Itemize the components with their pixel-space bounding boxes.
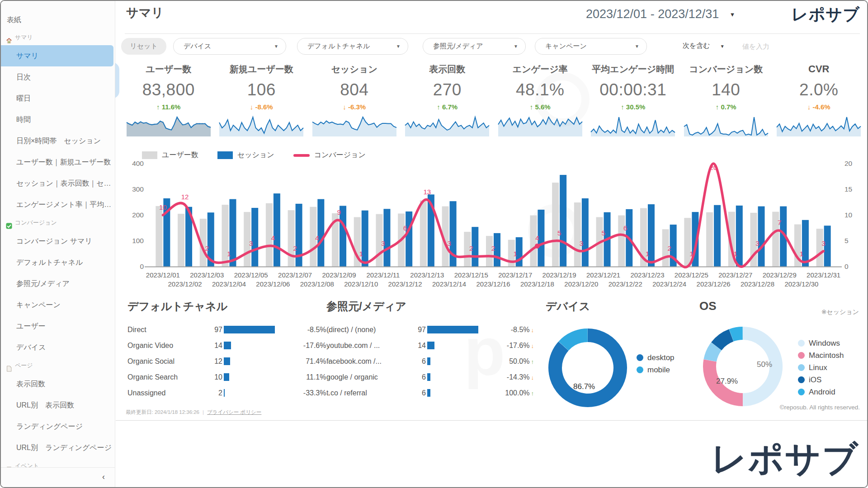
kpi-title: セッション — [308, 63, 401, 77]
sidebar-item-2-0[interactable]: 表示回数 — [1, 373, 115, 394]
row-bar — [427, 389, 484, 397]
table-row: youtube.com / ...14-17.6%↓ — [326, 338, 534, 353]
kpi-card-3: 表示回数270↑ 6.7% — [401, 60, 494, 148]
reset-button[interactable]: リセット — [121, 38, 166, 55]
bar — [427, 326, 478, 333]
sidebar-item-0-7[interactable]: エンゲージメント率｜平均… — [1, 194, 115, 215]
table-row: facebook.com /...650.0%↑ — [326, 353, 534, 369]
legend-dot — [637, 354, 643, 361]
kpi-sparkline — [497, 114, 583, 137]
table-row: Unassigned2-33.3%↓ — [127, 385, 331, 401]
svg-text:2023/12/02: 2023/12/02 — [168, 280, 202, 288]
sidebar-collapse-button[interactable]: ‹ — [102, 472, 105, 482]
filter-dropdown-2[interactable]: 参照元/メディア▼ — [423, 38, 526, 55]
legend-dot — [798, 364, 805, 371]
row-label: Organic Social — [127, 357, 209, 366]
arrow-down-icon: ↓ — [531, 327, 534, 333]
sidebar-item-0-0[interactable]: サマリ — [1, 45, 113, 66]
row-bar — [427, 373, 484, 381]
privacy-policy-link[interactable]: プライバシー ポリシー — [207, 409, 261, 415]
sidebar-item-0-6[interactable]: セッション｜表示回数｜セ… — [1, 173, 115, 194]
svg-text:2023/12/30: 2023/12/30 — [784, 280, 818, 288]
sidebar-item-0-2[interactable]: 曜日 — [1, 88, 115, 109]
svg-text:1: 1 — [514, 250, 517, 258]
kpi-delta: ↑ 0.7% — [679, 103, 773, 111]
legend-swatch — [217, 151, 233, 159]
svg-text:6: 6 — [623, 224, 627, 232]
row-delta: 71.4%↑ — [281, 357, 330, 366]
kpi-title: ユーザー数 — [122, 63, 215, 77]
kpi-card-4: エンゲージ率48.1%↑ 5.6% — [494, 60, 587, 148]
arrow-up-icon: ↑ — [621, 103, 626, 111]
svg-text:13: 13 — [424, 188, 431, 196]
bar — [427, 373, 430, 381]
filter-bar: リセット デバイス▼デフォルトチャネル▼参照元/メディア▼キャンペーン▼ 次を含… — [116, 38, 867, 58]
table-row: (direct) / (none)97-8.5%↓ — [326, 322, 534, 338]
svg-text:2023/12/07: 2023/12/07 — [278, 271, 312, 279]
legend-item-0: ユーザー数 — [142, 150, 198, 160]
source-table-title: 参照元/メディア — [326, 299, 534, 314]
kpi-title: 平均エンゲージ時間 — [587, 63, 680, 77]
kpi-card-6: コンバージョン数140↑ 0.7% — [679, 60, 773, 148]
filter-dropdown-0[interactable]: デバイス▼ — [173, 38, 286, 55]
svg-text:2023/12/23: 2023/12/23 — [630, 271, 664, 279]
row-value: 2 — [209, 389, 222, 397]
kpi-card-1: 新規ユーザー数106↓ -8.6% — [215, 60, 308, 148]
sidebar-item-2-1[interactable]: URL別 表示回数 — [1, 394, 115, 416]
svg-text:3: 3 — [755, 239, 759, 247]
home-icon — [6, 34, 12, 41]
sidebar-item-1-5[interactable]: デバイス — [1, 337, 115, 358]
kpi-card-2: セッション804↓ -6.3% — [308, 60, 401, 148]
svg-text:3: 3 — [381, 239, 385, 247]
sidebar-item-0-1[interactable]: 日次 — [1, 66, 115, 88]
sidebar-item-1-2[interactable]: 参照元/メディア — [1, 273, 115, 294]
filter-dropdown-3[interactable]: キャンペーン▼ — [535, 38, 647, 55]
svg-text:6: 6 — [403, 224, 407, 232]
filter-value-input[interactable] — [741, 40, 832, 52]
row-value: 14 — [209, 342, 222, 350]
device-donut-chart — [548, 328, 627, 408]
kpi-delta: ↑ 11.6% — [122, 103, 215, 111]
kpi-delta: ↑ 6.7% — [401, 103, 494, 111]
sidebar-item-1-4[interactable]: ユーザー — [1, 315, 115, 337]
channel-table-title: デフォルトチャネル — [127, 299, 331, 314]
svg-text:0: 0 — [140, 263, 144, 270]
table-row: Organic Social1271.4%↑ — [127, 353, 331, 369]
sidebar-item-1-0[interactable]: コンバージョン サマリ — [1, 230, 115, 252]
sidebar-item-0-3[interactable]: 時間 — [1, 109, 115, 130]
legend-item-Android: Android — [798, 386, 844, 398]
kpi-value: 2.0% — [773, 80, 866, 99]
bar — [427, 389, 430, 397]
row-delta: -33.3%↓ — [281, 389, 330, 397]
condition-dropdown[interactable]: 次を含む▼ — [683, 42, 725, 50]
kpi-sparkline — [683, 114, 769, 137]
sidebar-nav: 表紙サマリサマリ日次曜日時間日別×時間帯 セッションユーザー数｜新規ユーザー数セ… — [1, 10, 115, 474]
sidebar-item-1-1[interactable]: デフォルトチャネル — [1, 252, 115, 273]
row-label: Unassigned — [127, 389, 209, 397]
kpi-card-5: 平均エンゲージ時間00:00:31↑ 30.5% — [587, 60, 680, 148]
sidebar-item-0-4[interactable]: 日別×時間帯 セッション — [1, 130, 115, 151]
sidebar-item-2-3[interactable]: URL別 ランディングページ — [1, 437, 115, 458]
kpi-title: エンゲージ率 — [494, 63, 587, 77]
table-row: Organic Video14-17.6%↓ — [127, 338, 331, 353]
svg-text:2023/12/04: 2023/12/04 — [212, 280, 246, 288]
legend-dot — [798, 376, 805, 383]
footer-meta: 最終更新日: 2024/1/18 12:36:26|プライバシー ポリシー — [126, 409, 261, 416]
row-label: youtube.com / ... — [326, 342, 412, 350]
sidebar-item-2-2[interactable]: ランディングページ — [1, 416, 115, 437]
kpi-row: ユーザー数83,800↑ 11.6%新規ユーザー数106↓ -8.6%セッション… — [122, 60, 865, 148]
row-bar — [224, 389, 281, 397]
sidebar-item-1-3[interactable]: キャンペーン — [1, 294, 115, 315]
legend-swatch — [142, 151, 157, 159]
sidebar-item-0-5[interactable]: ユーザー数｜新規ユーザー数 — [1, 151, 115, 173]
chevron-down-icon: ▼ — [720, 44, 725, 49]
sidebar-item-cover[interactable]: 表紙 — [1, 10, 115, 30]
date-range-picker[interactable]: 2023/12/01 - 2023/12/31▾ — [586, 7, 734, 21]
svg-text:100: 100 — [132, 237, 144, 244]
svg-text:5: 5 — [601, 229, 605, 237]
svg-text:20: 20 — [844, 160, 853, 167]
bar — [224, 357, 230, 365]
svg-text:2023/12/05: 2023/12/05 — [234, 271, 268, 279]
filter-dropdown-1[interactable]: デフォルトチャネル▼ — [297, 38, 408, 55]
kpi-value: 804 — [308, 80, 401, 99]
